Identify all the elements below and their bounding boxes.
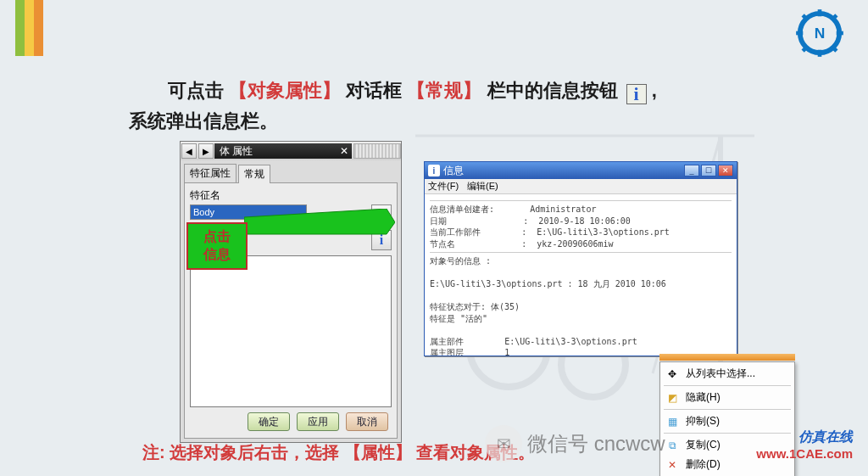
close-window-icon[interactable]: ✕ bbox=[718, 165, 733, 176]
info-window: i 信息 _ ☐ ✕ 文件(F) 编辑(E) 信息清单创建者: Administ… bbox=[424, 161, 737, 356]
window-title: 体 属性 bbox=[214, 143, 337, 159]
corner-color-bars bbox=[15, 0, 43, 56]
delete-icon: ✕ bbox=[665, 458, 679, 472]
copy-icon: ⧉ bbox=[665, 439, 679, 452]
tab-general[interactable]: 常规 bbox=[238, 165, 270, 183]
info-window-title: 信息 bbox=[443, 164, 464, 178]
ctx-hide[interactable]: ◩ 隐藏(H) bbox=[660, 388, 794, 407]
info-titlebar[interactable]: i 信息 _ ☐ ✕ bbox=[425, 162, 737, 179]
bottom-note: 注: 选择对象后右击，选择 【属性】 查看对象属性。 bbox=[142, 441, 535, 464]
prev-arrow-button[interactable]: ◀ bbox=[181, 143, 197, 159]
callout-arrow-icon bbox=[244, 209, 395, 248]
feature-name-label: 特征名 bbox=[190, 188, 392, 203]
info-icon: i bbox=[626, 84, 647, 104]
context-menu-header-bar bbox=[659, 354, 795, 361]
svg-rect-4 bbox=[837, 31, 843, 36]
subheadline-text: 系统弹出信息栏。 bbox=[129, 109, 278, 134]
minimize-icon[interactable]: _ bbox=[684, 165, 699, 176]
svg-rect-2 bbox=[818, 50, 822, 57]
titlebar-grip bbox=[353, 143, 401, 159]
svg-rect-1 bbox=[818, 9, 822, 16]
svg-marker-15 bbox=[244, 209, 395, 234]
wechat-watermark: ✉ 微信号 cncwcw bbox=[485, 425, 665, 462]
svg-text:N: N bbox=[815, 25, 826, 42]
callout-box: 点击 信息 bbox=[186, 222, 248, 270]
svg-rect-3 bbox=[796, 31, 803, 36]
info-window-icon: i bbox=[428, 165, 440, 176]
suppress-icon: ▦ bbox=[665, 415, 679, 428]
gear-logo-icon: N bbox=[795, 8, 844, 58]
properties-titlebar[interactable]: ◀ ▶ 体 属性 ✕ bbox=[181, 142, 401, 160]
list-icon: ✥ bbox=[665, 367, 679, 381]
hide-icon: ◩ bbox=[665, 391, 679, 405]
info-menubar: 文件(F) 编辑(E) bbox=[425, 179, 737, 194]
wechat-icon: ✉ bbox=[485, 425, 522, 462]
tab-strip: 特征属性 常规 bbox=[184, 164, 398, 183]
info-text-content: 信息清单创建者: Administrator 日期 : 2010-9-18 10… bbox=[425, 194, 737, 356]
properties-list-area bbox=[190, 255, 392, 407]
brand-watermark: 仿真在线 www.1CAE.com bbox=[756, 428, 853, 461]
next-arrow-button[interactable]: ▶ bbox=[198, 143, 214, 159]
cancel-button[interactable]: 取消 bbox=[346, 412, 388, 431]
menu-file[interactable]: 文件(F) bbox=[428, 180, 459, 193]
tab-feature-props[interactable]: 特征属性 bbox=[184, 164, 236, 182]
ok-button[interactable]: 确定 bbox=[248, 412, 290, 431]
headline-text: 可点击 【对象属性】 对话框 【常规】 栏中的信息按钮 i , bbox=[168, 78, 657, 104]
close-icon[interactable]: ✕ bbox=[337, 143, 352, 159]
ctx-select-from-list[interactable]: ✥ 从列表中选择... bbox=[660, 364, 794, 384]
menu-edit[interactable]: 编辑(E) bbox=[467, 180, 498, 193]
properties-window: ◀ ▶ 体 属性 ✕ 特征属性 常规 特征名 ✕ i 确定 应用 取消 bbox=[180, 141, 402, 443]
apply-button[interactable]: 应用 bbox=[297, 412, 339, 431]
maximize-icon[interactable]: ☐ bbox=[701, 165, 716, 176]
